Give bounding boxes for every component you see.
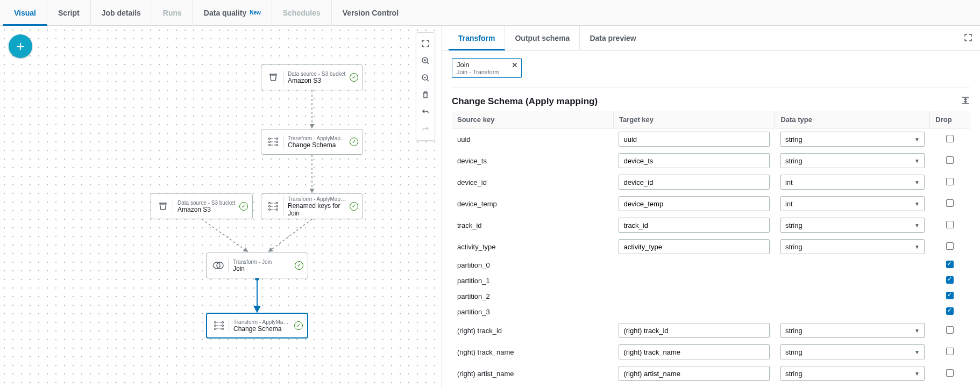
schema-icon (211, 318, 226, 333)
data-type-select[interactable]: string (780, 344, 925, 359)
collapse-mapping-button[interactable] (961, 96, 970, 107)
source-key-cell: device_id (452, 171, 613, 193)
table-row: (right) track_namestring (452, 341, 970, 363)
panel-tab-data-preview[interactable]: Data preview (580, 26, 645, 51)
target-key-input[interactable] (619, 239, 769, 254)
redo-button (416, 121, 435, 138)
target-key-cell (613, 214, 775, 236)
node-type-label: Data source - S3 bucket (177, 200, 236, 206)
svg-point-22 (215, 322, 216, 323)
drop-checkbox[interactable] (946, 135, 954, 142)
node-renamed-keys[interactable]: Transform - ApplyMappi... Renamed keys f… (261, 193, 363, 219)
svg-point-8 (269, 138, 271, 140)
data-type-select[interactable]: string (780, 218, 925, 233)
node-s3-top[interactable]: Data source - S3 bucket Amazon S3 (261, 64, 363, 90)
svg-line-5 (269, 219, 312, 251)
expand-panel-button[interactable] (962, 31, 975, 44)
source-key-cell: activity_type (452, 236, 613, 257)
node-s3-left[interactable]: Data source - S3 bucket Amazon S3 (151, 193, 253, 219)
drop-checkbox[interactable] (946, 221, 954, 228)
source-key-cell: (right) track_name (452, 341, 613, 363)
zoom-out-button[interactable] (416, 69, 435, 87)
drop-checkbox[interactable] (946, 242, 954, 250)
drop-checkbox[interactable] (946, 369, 954, 377)
svg-point-13 (276, 145, 278, 146)
drop-checkbox[interactable] (946, 276, 954, 284)
svg-point-10 (269, 145, 271, 146)
tab-job-details[interactable]: Job details (91, 0, 152, 26)
data-type-cell (775, 257, 930, 273)
divider (452, 88, 970, 88)
node-join[interactable]: Transform - Join Join (206, 253, 308, 278)
add-node-button[interactable]: + (9, 34, 32, 58)
drop-checkbox[interactable] (946, 348, 954, 355)
table-row: device_tempint (452, 193, 970, 214)
table-row: device_tsstring (452, 150, 970, 171)
data-type-select[interactable]: int (780, 196, 925, 211)
source-key-cell: partition_3 (452, 304, 613, 320)
target-key-cell (613, 304, 775, 320)
drop-checkbox[interactable] (946, 292, 954, 299)
table-row: partition_3 (452, 304, 970, 320)
data-type-select[interactable]: int (780, 175, 925, 190)
tab-script[interactable]: Script (47, 0, 91, 26)
status-ok-icon (350, 73, 358, 82)
join-icon (211, 258, 226, 273)
data-type-select[interactable]: string (780, 153, 925, 168)
drop-cell (930, 289, 970, 304)
drop-checkbox[interactable] (946, 326, 954, 334)
target-key-input[interactable] (619, 218, 769, 233)
node-type-label: Transform - Join (233, 259, 292, 265)
data-type-select[interactable]: string (780, 323, 925, 338)
chip-title: Join (457, 61, 499, 69)
tab-version-control[interactable]: Version Control (332, 0, 409, 26)
node-change-schema-1[interactable]: Transform - ApplyMappi... Change Schema (261, 129, 363, 155)
data-type-cell (775, 289, 930, 304)
zoom-in-button[interactable] (416, 52, 435, 69)
target-key-input[interactable] (619, 196, 769, 211)
target-key-cell (613, 363, 775, 384)
target-key-input[interactable] (619, 132, 769, 147)
drop-checkbox[interactable] (946, 261, 954, 268)
header-source-key: Source key (452, 111, 613, 128)
data-type-cell (775, 273, 930, 289)
visual-canvas[interactable]: + (0, 26, 442, 389)
node-change-schema-2[interactable]: Transform - ApplyMappi... Change Schema (206, 313, 308, 338)
tab-data-quality[interactable]: Data quality New (193, 0, 272, 26)
node-name-label: Renamed keys for Join (288, 202, 346, 217)
chip-close-button[interactable]: ✕ (512, 61, 518, 69)
target-key-input[interactable] (619, 153, 769, 168)
svg-point-18 (276, 206, 278, 207)
data-type-select[interactable]: string (780, 366, 925, 381)
undo-button[interactable] (416, 104, 435, 121)
data-type-value: string (785, 327, 803, 335)
target-key-input[interactable] (619, 175, 769, 190)
drop-checkbox[interactable] (946, 156, 954, 164)
panel-tab-transform[interactable]: Transform (449, 26, 505, 51)
target-key-input[interactable] (619, 366, 769, 381)
drop-checkbox[interactable] (946, 307, 954, 315)
schema-mapping-table: Source key Target key Data type Drop uui… (452, 111, 970, 384)
schema-icon (266, 199, 281, 214)
drop-checkbox[interactable] (946, 178, 954, 185)
parent-node-chip[interactable]: Join Join - Transform ✕ (452, 58, 522, 78)
data-type-select[interactable]: string (780, 132, 925, 147)
drop-checkbox[interactable] (946, 199, 954, 207)
target-key-cell (613, 273, 775, 289)
tab-visual[interactable]: Visual (3, 0, 47, 26)
target-key-input[interactable] (619, 344, 769, 359)
data-type-value: string (785, 348, 803, 356)
data-type-value: int (785, 200, 793, 208)
tab-schedules: Schedules (272, 0, 332, 26)
target-key-input[interactable] (619, 323, 769, 338)
panel-tab-output-schema[interactable]: Output schema (505, 26, 580, 51)
fit-view-button[interactable] (416, 35, 435, 52)
data-type-select[interactable]: string (780, 239, 925, 254)
redo-icon (421, 125, 430, 134)
data-type-value: string (785, 370, 803, 378)
bucket-icon (155, 199, 171, 214)
svg-line-4 (202, 219, 247, 251)
delete-button[interactable] (416, 87, 435, 104)
svg-point-11 (276, 138, 278, 140)
source-key-cell: track_id (452, 214, 613, 236)
